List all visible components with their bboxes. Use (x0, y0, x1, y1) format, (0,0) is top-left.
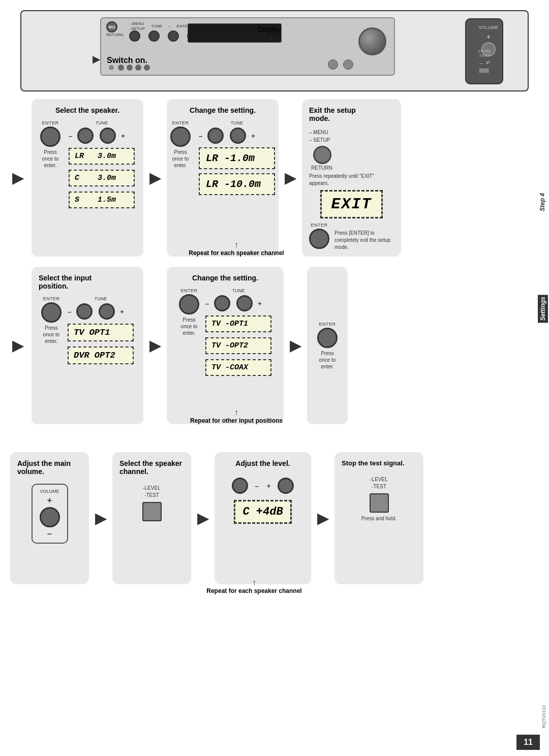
tune-label-4: TUNE (68, 296, 134, 301)
press-text-2: Press once to enter. (172, 149, 189, 169)
screen-tv-coax: TV -COAX (205, 359, 271, 376)
enter-label-4: ENTER (43, 296, 59, 301)
volume-control: VOLUME + – (32, 484, 68, 544)
level-test-button-1[interactable] (142, 502, 162, 521)
menu-label: – MENU (309, 129, 394, 136)
tune-plus-4[interactable] (99, 303, 115, 320)
enter-button-4[interactable] (41, 302, 62, 323)
row2-enter-box: ENTER Pressonce toenter. (307, 267, 348, 424)
row1-left-arrow: ▶ (10, 170, 25, 186)
row2-arrow2: ▶ (290, 337, 301, 354)
exit-display: EXIT (320, 190, 382, 218)
row3-arrow3: ▶ (317, 510, 328, 527)
tune-plus-5[interactable] (236, 295, 253, 311)
volume-knob[interactable] (40, 507, 60, 527)
row2-arrow1: ▶ (149, 337, 161, 354)
enter-button-5[interactable] (179, 294, 199, 314)
row1: ▶ Select the speaker. ENTER Press once t… (10, 99, 539, 257)
row3-arrow1: ▶ (95, 510, 106, 527)
repeat-label-row1: ↑ Repeat for each speaker channel (36, 240, 437, 257)
screen-s-15: S 1.5m (69, 192, 135, 208)
step4-label: Step 4 (539, 193, 546, 211)
press-text-4: Pressonce toenter. (43, 325, 60, 344)
tune-label-1: TUNE (69, 120, 135, 125)
tune-label-2: TUNE (199, 120, 275, 125)
main-content: ▶ Select the speaker. ENTER Press once t… (10, 99, 539, 736)
screen-lr-3: LR 3.0m (69, 148, 135, 165)
stop-test-box: Stop the test signal. -LEVEL-TEST Press … (334, 452, 423, 584)
tune-minus-2[interactable] (207, 128, 224, 144)
tune-minus-1[interactable] (77, 128, 94, 144)
level-display: C +4dB (234, 500, 291, 524)
row1-arrow2: ▶ (285, 170, 296, 186)
level-minus-btn[interactable] (232, 478, 248, 494)
enter-label-1: ENTER (42, 120, 58, 125)
tune-minus-5[interactable] (214, 295, 230, 311)
select-speaker-channel-title: Select the speakerchannel. (119, 459, 182, 476)
screen-lr-10: LR -10.0m (199, 173, 275, 195)
tune-plus-1[interactable] (100, 128, 116, 144)
level-plus-btn[interactable] (278, 478, 294, 494)
screen-tv-opt1b: TV -OPT1 (205, 316, 271, 332)
select-input-box: Select the inputposition. ENTER Pressonc… (32, 267, 143, 424)
press-text-6: Pressonce toenter. (319, 350, 336, 370)
row3: Adjust the mainvolume. VOLUME + – ▶ Sele… (10, 452, 539, 584)
row3-arrow2: ▶ (197, 510, 208, 527)
change-setting2-box: Change the setting. ENTER Pressonce toen… (167, 267, 284, 424)
level-test-label-2: -LEVEL-TEST (370, 476, 387, 490)
row2-left-arrow: ▶ (10, 337, 25, 354)
adjust-level-box: Adjust the level. – + C +4dB (215, 452, 311, 584)
press-text-5: Pressonce toenter. (181, 317, 198, 336)
device-section: –MENU–SETUP TUNE – ENTER Φ/1 RETURN (20, 10, 529, 91)
screen-dvr-opt2: DVR OPT2 (68, 346, 134, 364)
screen-c-3: C 3.0m (69, 170, 135, 186)
exit-setup-title: Exit the setupmode. (309, 106, 356, 122)
stop-test-title: Stop the test signal. (342, 459, 405, 467)
volume-label: VOLUME (40, 489, 59, 494)
repeat-label-row2: ↑ Repeat for other input positions (36, 408, 437, 424)
enter-button-1[interactable] (40, 127, 60, 147)
adjust-level-title: Adjust the level. (235, 459, 290, 467)
repeat-label-row3: ↑ Repeat for each speaker channel (61, 578, 447, 594)
level-test-button-2[interactable] (370, 493, 389, 513)
enter-label-2: ENTER (172, 120, 189, 125)
press-repeatedly-text: Press repeatedly until "EXIT" appears. (309, 173, 394, 187)
press-text-1: Press once to enter. (42, 149, 59, 169)
return-label: RETURN (311, 165, 394, 171)
level-test-label-1: -LEVEL-TEST (143, 485, 160, 499)
enter-label-6: ENTER (319, 322, 336, 327)
exit-setup-box: Exit the setupmode. – MENU – SETUP RETUR… (302, 99, 401, 257)
tune-minus-4[interactable] (76, 303, 93, 320)
screen-tv-opt2: TV -OPT2 (205, 337, 271, 354)
enter-label-3: ENTER (311, 223, 327, 228)
enter-button-2[interactable] (170, 127, 191, 147)
vol-minus-label: – (47, 529, 52, 539)
select-speaker-title: Select the speaker. (55, 106, 119, 114)
change-setting1-box: Change the setting. ENTER Press once to … (167, 99, 279, 257)
screen-tv-opt1: TV OPT1 (68, 324, 134, 341)
adjust-volume-box: Adjust the mainvolume. VOLUME + – (10, 452, 89, 584)
select-speaker-box: Select the speaker. ENTER Press once to … (32, 99, 143, 257)
switch-on-label: Switch on. (107, 56, 147, 65)
press-hold-text: Press and hold. (361, 516, 397, 521)
page-number: 11 (516, 735, 540, 750)
enter-label-5: ENTER (180, 288, 197, 293)
adjust-volume-title: Adjust the mainvolume. (17, 459, 71, 476)
row2: ▶ Select the inputposition. ENTER Presso… (10, 267, 539, 424)
settings-label: Settings (538, 295, 548, 323)
setup-label: – SETUP (309, 136, 394, 144)
select-input-title: Select the inputposition. (39, 274, 92, 290)
enter-button-6[interactable] (317, 328, 338, 348)
tune-plus-2[interactable] (230, 128, 246, 144)
change-setting2-title: Change the setting. (192, 274, 258, 282)
row1-arrow1: ▶ (149, 170, 161, 186)
doc-number: RQTV0110 (541, 705, 546, 728)
display-label: Display (258, 25, 281, 34)
tune-label-5: TUNE (205, 288, 271, 293)
vol-plus-label: + (47, 496, 52, 505)
screen-lr-1: LR -1.0m (199, 147, 275, 169)
select-speaker-channel-box: Select the speakerchannel. -LEVEL-TEST (112, 452, 191, 584)
change-setting1-title: Change the setting. (190, 106, 256, 114)
setup-button[interactable] (313, 146, 331, 164)
